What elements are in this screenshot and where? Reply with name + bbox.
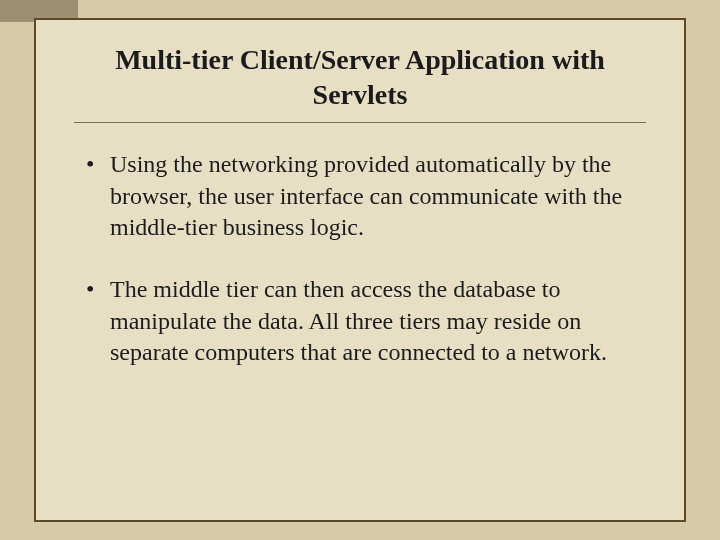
list-item: The middle tier can then access the data… [110,274,636,369]
bullet-list: Using the networking provided automatica… [74,149,646,369]
title-separator [74,122,646,123]
presentation-slide: Multi-tier Client/Server Application wit… [0,0,720,540]
slide-inner-frame: Multi-tier Client/Server Application wit… [34,18,686,522]
bullet-text: The middle tier can then access the data… [110,276,607,365]
slide-title: Multi-tier Client/Server Application wit… [74,42,646,112]
list-item: Using the networking provided automatica… [110,149,636,244]
bullet-text: Using the networking provided automatica… [110,151,622,240]
title-block: Multi-tier Client/Server Application wit… [74,42,646,123]
